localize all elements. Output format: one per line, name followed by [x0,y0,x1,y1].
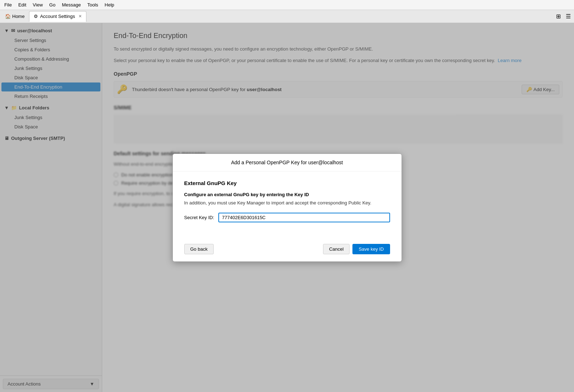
dialog-section-title: External GnuPG Key [184,180,390,186]
home-tab[interactable]: 🏠 Home [1,12,28,20]
home-label: Home [12,14,25,19]
dialog: Add a Personal OpenPGP Key for user@loca… [172,154,402,262]
menu-message[interactable]: Message [59,1,84,8]
menu-edit[interactable]: Edit [15,1,29,8]
secret-key-label: Secret Key ID: [184,215,214,220]
cancel-button[interactable]: Cancel [323,244,350,254]
menu-file[interactable]: File [1,1,15,8]
dialog-subtitle: Configure an external GnuPG key by enter… [184,192,390,197]
menu-help[interactable]: Help [102,1,117,8]
dialog-overlay: Add a Personal OpenPGP Key for user@loca… [0,23,574,392]
menu-tools[interactable]: Tools [84,1,101,8]
secret-key-input[interactable] [218,213,390,222]
menu-go[interactable]: Go [46,1,58,8]
menu-view[interactable]: View [30,1,46,8]
dialog-buttons-right: Cancel Save key ID [323,244,390,254]
dialog-buttons: Go back Cancel Save key ID [173,240,402,261]
save-key-id-button[interactable]: Save key ID [352,244,390,254]
dialog-title: Add a Personal OpenPGP Key for user@loca… [173,154,402,171]
dialog-description: In addition, you must use Key Manager to… [184,200,390,206]
list-icon[interactable]: ☰ [564,12,573,21]
dialog-body: External GnuPG Key Configure an external… [173,171,402,240]
home-icon: 🏠 [5,14,11,19]
tab-label: Account Settings [40,14,75,19]
tab-icon: ⚙ [34,14,38,19]
account-settings-tab[interactable]: ⚙ Account Settings ✕ [29,11,87,22]
go-back-button[interactable]: Go back [184,244,214,254]
dialog-field: Secret Key ID: [184,213,390,222]
toolbar-icons: ⊞ ☰ [554,12,573,21]
grid-icon[interactable]: ⊞ [554,12,563,21]
tabbar: 🏠 Home ⚙ Account Settings ✕ ⊞ ☰ [0,10,574,23]
tab-close-button[interactable]: ✕ [79,14,82,19]
menubar: File Edit View Go Message Tools Help [0,0,574,10]
